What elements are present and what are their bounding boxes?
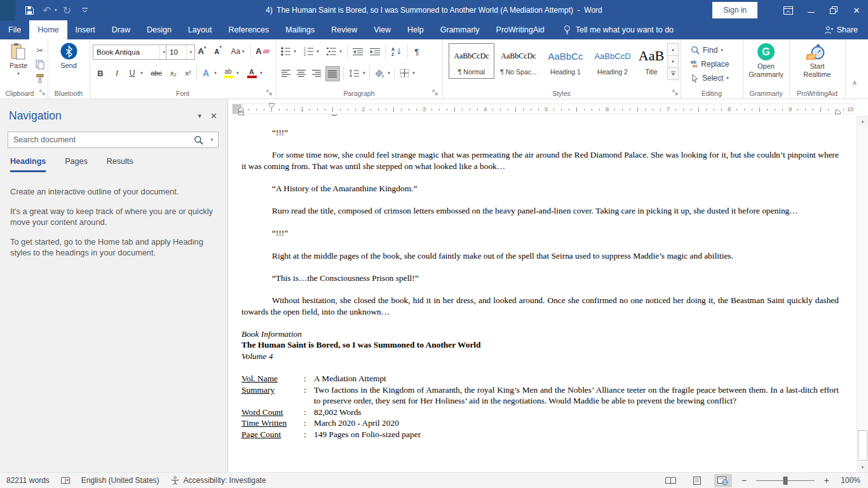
styles-scroll-down-button[interactable]: ▾ — [667, 55, 679, 68]
strikethrough-button[interactable]: abc — [147, 66, 165, 80]
font-name-combo[interactable]: Book Antiqua ▾ — [93, 44, 168, 60]
styles-more-button[interactable] — [667, 67, 679, 80]
zoom-level[interactable]: 100% — [839, 476, 860, 485]
replace-button[interactable]: abac Replace — [691, 59, 729, 69]
customize-qat-button[interactable] — [78, 3, 93, 18]
underline-button[interactable]: U — [126, 66, 139, 80]
bullets-button[interactable] — [280, 44, 292, 58]
ribbon-display-options-button[interactable] — [776, 0, 799, 20]
multilevel-list-button[interactable] — [325, 44, 338, 58]
style-normal[interactable]: AaBbCcDc ¶ Normal — [449, 43, 494, 79]
search-options-caret-icon[interactable]: ▾ — [210, 137, 213, 142]
copy-button[interactable] — [34, 58, 46, 70]
zoom-slider-thumb[interactable] — [783, 477, 787, 485]
tab-mailings[interactable]: Mailings — [277, 20, 323, 39]
tab-layout[interactable]: Layout — [180, 20, 220, 39]
paragraph[interactable]: Right at the middle pages of the book, s… — [241, 250, 839, 262]
nav-tab-pages[interactable]: Pages — [65, 157, 87, 172]
navigation-close-icon[interactable]: ✕ — [209, 111, 219, 121]
paragraph[interactable]: “This is…the Consciousness Prison spell!… — [241, 273, 839, 284]
style-heading1[interactable]: AaBbCc Heading 1 — [543, 43, 588, 79]
collapse-ribbon-button[interactable]: ∧ — [852, 79, 857, 87]
shading-button[interactable] — [372, 66, 386, 80]
scrollbar-thumb[interactable] — [858, 430, 867, 461]
italic-button[interactable]: I — [111, 66, 123, 80]
shading-caret-icon[interactable]: ▾ — [386, 66, 392, 80]
increase-indent-button[interactable] — [367, 44, 383, 58]
grow-font-button[interactable]: A▴ — [194, 44, 210, 58]
paragraph[interactable]: “!!!” — [241, 227, 839, 239]
highlight-button[interactable]: ab — [221, 66, 235, 80]
styles-scroll-up-button[interactable]: ▴ — [667, 43, 679, 56]
restore-button[interactable] — [822, 0, 845, 20]
tab-insert[interactable]: Insert — [67, 20, 104, 39]
document-text[interactable]: “!!!” For some time now, she could feel … — [241, 127, 839, 440]
justify-button[interactable] — [325, 66, 340, 81]
font-color-caret-icon[interactable]: ▾ — [258, 66, 264, 80]
align-center-button[interactable] — [295, 66, 308, 80]
close-button[interactable]: ✕ — [845, 0, 868, 20]
show-formatting-marks-button[interactable]: ¶ — [410, 44, 423, 58]
font-size-combo[interactable]: 10 ▾ — [166, 44, 195, 60]
tab-file[interactable]: File — [0, 20, 29, 39]
numbering-caret-icon[interactable]: ▾ — [315, 44, 321, 58]
text-effects-caret-icon[interactable]: ▾ — [212, 66, 219, 80]
sort-button[interactable]: AZ — [388, 44, 405, 58]
bullets-caret-icon[interactable]: ▾ — [292, 44, 298, 58]
zoom-in-button[interactable]: + — [823, 475, 831, 485]
scroll-up-button[interactable]: ▲ — [857, 116, 868, 126]
superscript-button[interactable]: x² — [182, 66, 194, 80]
subscript-button[interactable]: x₂ — [167, 66, 180, 80]
tab-help[interactable]: Help — [399, 20, 432, 39]
numbering-button[interactable]: 123 — [302, 44, 315, 58]
accessibility-status[interactable]: Accessibility: Investigate — [170, 476, 266, 485]
underline-caret-icon[interactable]: ▾ — [139, 66, 145, 80]
redo-button[interactable]: ↻ — [60, 3, 75, 18]
shrink-font-button[interactable]: A▾ — [210, 44, 226, 58]
paragraph[interactable]: Without hesitation, she closed the book,… — [241, 295, 839, 317]
horizontal-ruler[interactable]: 1 2 3 4 5 6 7 8 9 10 — [232, 104, 854, 114]
word-app-icon[interactable] — [0, 0, 15, 20]
word-count-status[interactable]: 82211 words — [6, 476, 50, 485]
text-effects-button[interactable]: A — [199, 66, 213, 80]
nav-tab-headings[interactable]: Headings — [10, 157, 46, 172]
minimize-button[interactable] — [799, 0, 822, 20]
tab-prowritingaid[interactable]: ProWritingAid — [488, 20, 553, 39]
book-information-block[interactable]: Book Information The Human Saint is Bore… — [241, 329, 839, 440]
paste-button[interactable]: Paste ▾ — [4, 43, 33, 76]
align-left-button[interactable] — [280, 66, 293, 80]
left-indent-marker[interactable] — [238, 107, 244, 116]
open-grammarly-button[interactable]: G Open Grammarly — [743, 43, 789, 79]
format-painter-button[interactable] — [34, 72, 46, 84]
style-title[interactable]: AaB Title — [637, 43, 666, 79]
undo-caret-icon[interactable]: ▾ — [55, 8, 57, 13]
scroll-down-button[interactable]: ▼ — [857, 462, 868, 473]
sign-in-button[interactable]: Sign in — [712, 2, 757, 18]
borders-caret-icon[interactable]: ▾ — [410, 66, 417, 80]
decrease-indent-button[interactable] — [350, 44, 365, 58]
right-indent-marker[interactable] — [835, 109, 841, 114]
bold-button[interactable]: B — [93, 66, 107, 80]
web-layout-button[interactable] — [714, 474, 732, 487]
highlight-caret-icon[interactable]: ▾ — [234, 66, 241, 80]
tab-design[interactable]: Design — [139, 20, 180, 39]
tell-me-box[interactable]: Tell me what you want to do — [563, 20, 674, 39]
cut-button[interactable]: ✂ — [34, 44, 46, 56]
tab-references[interactable]: References — [220, 20, 277, 39]
nav-tab-results[interactable]: Results — [107, 157, 133, 172]
first-line-indent-marker[interactable] — [269, 103, 275, 109]
tab-review[interactable]: Review — [323, 20, 365, 39]
vertical-scrollbar[interactable]: ▲ ▼ — [857, 116, 868, 473]
font-size-caret-icon[interactable]: ▾ — [186, 45, 194, 59]
style-heading2[interactable]: AaBbCcD Heading 2 — [590, 43, 635, 79]
send-bluetooth-button[interactable]: Send — [51, 43, 86, 69]
paragraph[interactable]: “A History of the Amaranthine Kingdom.” — [241, 183, 839, 194]
align-right-button[interactable] — [310, 66, 323, 80]
style-no-spacing[interactable]: AaBbCcDc ¶ No Spac... — [496, 43, 541, 79]
tab-home[interactable]: Home — [29, 20, 67, 39]
clear-formatting-button[interactable]: A — [254, 44, 271, 58]
paragraph[interactable]: “!!!” — [241, 127, 839, 139]
language-status[interactable]: English (United States) — [81, 476, 159, 485]
paragraph[interactable]: For some time now, she could feel strang… — [241, 149, 839, 172]
multilevel-caret-icon[interactable]: ▾ — [337, 44, 344, 58]
